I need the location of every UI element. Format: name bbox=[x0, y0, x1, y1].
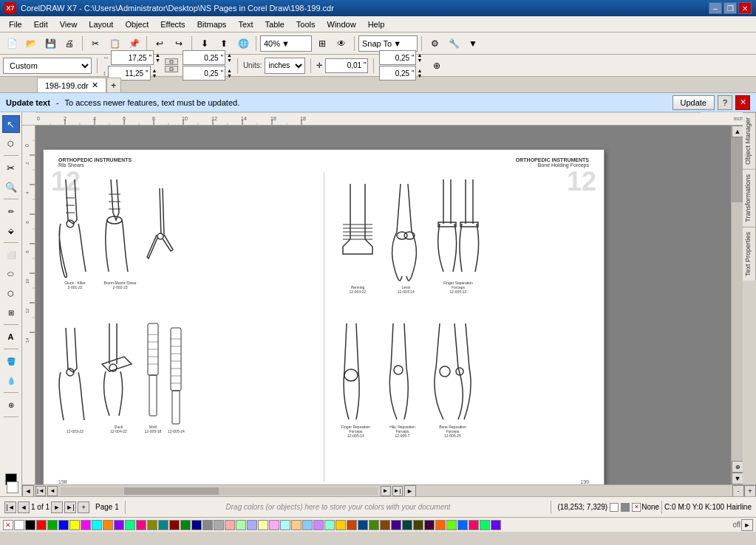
x-up[interactable]: ▲ bbox=[155, 52, 160, 58]
crop-tool[interactable]: ✂ bbox=[2, 159, 20, 176]
polygon-tool[interactable]: ⬡ bbox=[2, 284, 20, 302]
scroll-left-button[interactable]: ◄ bbox=[22, 485, 34, 497]
color-springgreen[interactable] bbox=[480, 520, 490, 530]
h-up[interactable]: ▲ bbox=[227, 68, 232, 73]
color-limegreen[interactable] bbox=[369, 520, 379, 530]
first-page-btn[interactable]: |◄ bbox=[35, 486, 46, 496]
color-lightcyan[interactable] bbox=[280, 520, 290, 530]
last-page-btn[interactable]: ►| bbox=[392, 486, 403, 496]
transformations-panel[interactable]: Transformations bbox=[743, 169, 756, 227]
vertical-scrollbar[interactable]: ▲ ⊕ ▼ bbox=[731, 126, 743, 484]
restore-button[interactable]: ❐ bbox=[723, 2, 737, 14]
color-lavender[interactable] bbox=[313, 520, 324, 530]
zoom-in-h[interactable]: + bbox=[744, 485, 756, 497]
color-orange[interactable] bbox=[103, 520, 113, 530]
fill-tool[interactable]: 🪣 bbox=[2, 352, 20, 370]
nudge-h-field[interactable] bbox=[379, 66, 416, 80]
options-button[interactable]: ⚙ bbox=[426, 35, 443, 52]
smart-fill[interactable]: ⬙ bbox=[2, 222, 20, 239]
h-scroll-track[interactable] bbox=[61, 487, 378, 495]
color-darkred[interactable] bbox=[169, 520, 180, 530]
color-lightblue[interactable] bbox=[247, 520, 257, 530]
palette-more-btn[interactable]: ofl bbox=[732, 521, 740, 529]
freehand-tool[interactable]: ✏ bbox=[2, 202, 20, 220]
color-skyblue[interactable] bbox=[302, 520, 313, 530]
h-scroll-thumb[interactable] bbox=[124, 487, 219, 495]
color-brown[interactable] bbox=[347, 520, 357, 530]
color-chartreuse[interactable] bbox=[446, 520, 457, 530]
status-fill-display[interactable]: ✕ None bbox=[632, 503, 659, 512]
new-button[interactable]: 📄 bbox=[3, 35, 21, 52]
x-down[interactable]: ▼ bbox=[155, 58, 160, 63]
text-tool[interactable]: A bbox=[2, 328, 20, 346]
interactive-blend[interactable]: ⊛ bbox=[2, 396, 20, 414]
tab-plus[interactable]: ✕ bbox=[92, 80, 98, 90]
menu-window[interactable]: Window bbox=[321, 18, 362, 30]
minimize-button[interactable]: – bbox=[709, 2, 722, 14]
snap-dropdown[interactable]: Snap To ▼ bbox=[358, 35, 418, 52]
status-snap-icon[interactable] bbox=[621, 503, 630, 512]
color-sienna[interactable] bbox=[380, 520, 390, 530]
color-lightred[interactable] bbox=[225, 520, 235, 530]
lock-ratio-btn[interactable]: ⊡ bbox=[165, 58, 178, 65]
zoom-fit-button[interactable]: ⊞ bbox=[313, 35, 331, 52]
color-eyedrop[interactable]: 💧 bbox=[2, 371, 20, 389]
menu-edit[interactable]: Edit bbox=[28, 18, 54, 30]
menu-help[interactable]: Help bbox=[362, 18, 391, 30]
shape-tool[interactable]: ⬡ bbox=[2, 134, 20, 152]
tools-button2[interactable]: 🔧 bbox=[445, 35, 463, 52]
y-up[interactable]: ▲ bbox=[152, 68, 157, 73]
document-tab[interactable]: 198-199.cdr ✕ bbox=[37, 78, 106, 92]
x-field[interactable] bbox=[111, 50, 154, 65]
color-olive[interactable] bbox=[147, 520, 157, 530]
v-scroll-track[interactable] bbox=[732, 137, 743, 461]
color-mint[interactable] bbox=[125, 520, 135, 530]
copy-button[interactable]: 📋 bbox=[106, 35, 123, 52]
color-gray[interactable] bbox=[202, 520, 213, 530]
color-navy[interactable] bbox=[358, 520, 368, 530]
more-button[interactable]: ▼ bbox=[464, 35, 482, 52]
zoom-dropdown[interactable]: 40% ▼ bbox=[260, 35, 312, 52]
menu-file[interactable]: File bbox=[3, 18, 28, 30]
color-aqua[interactable] bbox=[324, 520, 335, 530]
menu-table[interactable]: Table bbox=[259, 18, 290, 30]
color-green[interactable] bbox=[47, 520, 58, 530]
update-close-button[interactable]: ✕ bbox=[735, 95, 750, 110]
color-darkpurple[interactable] bbox=[424, 520, 435, 530]
color-vermilion[interactable] bbox=[435, 520, 446, 530]
canvas-area[interactable]: 0 2 4 6 8 10 12 14 bbox=[22, 112, 743, 484]
color-darkolive[interactable] bbox=[413, 520, 423, 530]
scroll-down-button[interactable]: ▼ bbox=[732, 473, 743, 484]
transform-btn[interactable]: ⊕ bbox=[428, 57, 446, 75]
menu-text[interactable]: Text bbox=[232, 18, 259, 30]
nw-down[interactable]: ▼ bbox=[417, 58, 422, 63]
menu-layout[interactable]: Layout bbox=[83, 18, 119, 30]
w-up[interactable]: ▲ bbox=[227, 52, 232, 58]
h-down[interactable]: ▼ bbox=[227, 73, 232, 78]
cut-button[interactable]: ✂ bbox=[86, 35, 104, 52]
color-magenta[interactable] bbox=[81, 520, 91, 530]
ellipse-tool[interactable]: ⬭ bbox=[2, 265, 20, 283]
nw-up[interactable]: ▲ bbox=[417, 52, 422, 58]
last-page-nav[interactable]: ►| bbox=[64, 501, 76, 513]
palette-arrow-btn[interactable]: ► bbox=[741, 519, 753, 531]
export-button[interactable]: ⬆ bbox=[215, 35, 233, 52]
color-crimson[interactable] bbox=[469, 520, 479, 530]
nh-up[interactable]: ▲ bbox=[417, 68, 422, 73]
color-teal[interactable] bbox=[158, 520, 168, 530]
menu-tools[interactable]: Tools bbox=[290, 18, 321, 30]
redo-button[interactable]: ↪ bbox=[170, 35, 188, 52]
color-lightgray[interactable] bbox=[214, 520, 224, 530]
menu-view[interactable]: View bbox=[54, 18, 84, 30]
color-gold[interactable] bbox=[336, 520, 346, 530]
text-properties-panel[interactable]: Text Properties bbox=[743, 227, 756, 281]
color-darkgreen[interactable] bbox=[180, 520, 191, 530]
v-scroll-thumb[interactable] bbox=[732, 137, 743, 202]
menu-bitmaps[interactable]: Bitmaps bbox=[191, 18, 233, 30]
object-manager-panel[interactable]: Object Manager bbox=[743, 112, 756, 169]
color-blue[interactable] bbox=[58, 520, 69, 530]
color-cyan[interactable] bbox=[92, 520, 102, 530]
new-tab-button[interactable]: + bbox=[106, 78, 121, 92]
select-tool[interactable]: ↖ bbox=[2, 115, 20, 133]
nudge-field[interactable] bbox=[325, 58, 368, 73]
